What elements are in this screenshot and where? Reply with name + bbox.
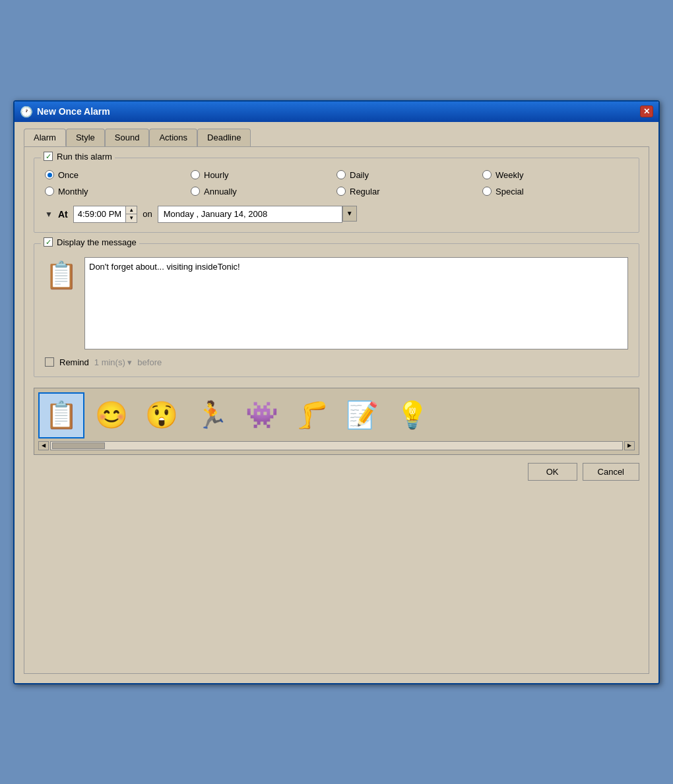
window-icon: 🕐	[20, 106, 33, 118]
radio-hourly-indicator	[191, 170, 200, 179]
emoji-bulb[interactable]: 💡	[389, 392, 435, 438]
emoji-strip: 📋 😊 😲 🏃 👾 🦵 📝 💡	[38, 392, 635, 438]
tab-content-alarm: ✓ Run this alarm Once Hourly Daily	[24, 146, 649, 674]
radio-once-indicator	[45, 170, 54, 179]
window-title: New Once Alarm	[37, 106, 110, 117]
radio-regular[interactable]: Regular	[336, 187, 482, 196]
display-message-label: Display the message	[57, 237, 137, 247]
display-message-legend: ✓ Display the message	[41, 237, 139, 247]
run-alarm-section: ✓ Run this alarm Once Hourly Daily	[34, 158, 639, 233]
remind-time[interactable]: 1 min(s) ▾	[94, 357, 133, 367]
frequency-grid: Once Hourly Daily Weekly	[45, 166, 628, 196]
tab-sound[interactable]: Sound	[105, 129, 150, 146]
radio-special-label: Special	[496, 187, 524, 196]
scrollbar-track[interactable]	[50, 441, 623, 450]
tab-deadline[interactable]: Deadline	[197, 129, 251, 146]
titlebar-left: 🕐 New Once Alarm	[20, 106, 110, 118]
radio-annually[interactable]: Annually	[191, 187, 336, 196]
tab-alarm[interactable]: Alarm	[24, 129, 66, 146]
remind-row: Remind 1 min(s) ▾ before	[45, 357, 628, 367]
emoji-surprise[interactable]: 😲	[139, 392, 185, 438]
time-spinner: ▲ ▼	[126, 206, 137, 223]
radio-monthly[interactable]: Monthly	[45, 187, 191, 196]
date-select[interactable]: Monday , January 14, 2008	[158, 206, 342, 223]
time-up-button[interactable]: ▲	[126, 206, 137, 215]
radio-hourly[interactable]: Hourly	[191, 170, 336, 180]
emoji-monster[interactable]: 👾	[239, 392, 285, 438]
radio-special-indicator	[482, 187, 492, 196]
run-alarm-label: Run this alarm	[57, 152, 112, 162]
radio-annually-label: Annually	[204, 187, 237, 196]
run-alarm-checkbox[interactable]: ✓	[44, 152, 53, 161]
ok-button[interactable]: OK	[528, 463, 577, 481]
close-button[interactable]: ✕	[640, 106, 653, 117]
window-content: Alarm Style Sound Actions Deadline ✓ Run…	[15, 122, 658, 683]
emoji-notepad[interactable]: 📝	[339, 392, 385, 438]
tab-actions[interactable]: Actions	[149, 129, 197, 146]
radio-daily-label: Daily	[350, 170, 369, 180]
message-area: 📋 Don't forget about... visiting insideT…	[45, 257, 628, 349]
radio-weekly[interactable]: Weekly	[482, 170, 628, 180]
radio-once-label: Once	[58, 170, 79, 180]
scroll-right-button[interactable]: ▶	[624, 441, 635, 450]
display-message-checkbox[interactable]: ✓	[44, 237, 53, 247]
remind-before: before	[137, 357, 162, 367]
date-dropdown-button[interactable]: ▼	[342, 206, 357, 222]
emoji-fist[interactable]: 🦵	[289, 392, 335, 438]
scrollbar-thumb	[52, 442, 105, 449]
time-input[interactable]: 4:59:00 PM	[73, 206, 127, 223]
date-field: Monday , January 14, 2008 ▼	[158, 206, 357, 223]
radio-special[interactable]: Special	[482, 187, 628, 196]
message-textarea[interactable]: Don't forget about... visiting insideTon…	[84, 257, 628, 349]
radio-monthly-indicator	[45, 187, 54, 196]
run-alarm-legend: ✓ Run this alarm	[41, 152, 115, 162]
display-message-section: ✓ Display the message 📋 Don't forget abo…	[34, 243, 639, 377]
radio-regular-indicator	[336, 187, 346, 196]
radio-monthly-label: Monthly	[58, 187, 88, 196]
remind-label: Remind	[59, 357, 89, 367]
cancel-button[interactable]: Cancel	[583, 463, 639, 481]
time-value: 4:59:00 PM	[78, 209, 122, 219]
tab-bar: Alarm Style Sound Actions Deadline	[24, 129, 649, 146]
titlebar: 🕐 New Once Alarm ✕	[15, 102, 658, 122]
radio-daily-indicator	[336, 170, 346, 179]
at-row: ▼ At 4:59:00 PM ▲ ▼ on Mon	[45, 206, 628, 223]
note-icon: 📋	[45, 260, 78, 291]
radio-weekly-label: Weekly	[496, 170, 523, 180]
emoji-scrollbar: ◀ ▶	[38, 441, 635, 450]
radio-once[interactable]: Once	[45, 170, 191, 180]
radio-hourly-label: Hourly	[204, 170, 229, 180]
at-arrow-icon: ▼	[45, 210, 53, 219]
radio-weekly-indicator	[482, 170, 492, 179]
remind-checkbox[interactable]	[45, 357, 54, 367]
emoji-smile[interactable]: 😊	[88, 392, 135, 438]
radio-daily[interactable]: Daily	[336, 170, 482, 180]
emoji-run[interactable]: 🏃	[189, 392, 235, 438]
emoji-note[interactable]: 📋	[38, 392, 84, 438]
date-value: Monday , January 14, 2008	[164, 209, 268, 219]
time-down-button[interactable]: ▼	[126, 214, 137, 222]
emoji-strip-container: 📋 😊 😲 🏃 👾 🦵 📝 💡 ◀ ▶	[34, 388, 639, 455]
scroll-left-button[interactable]: ◀	[38, 441, 49, 450]
tab-style[interactable]: Style	[66, 129, 105, 146]
radio-annually-indicator	[191, 187, 200, 196]
at-label: At	[58, 209, 68, 220]
time-field: 4:59:00 PM ▲ ▼	[73, 206, 138, 223]
radio-regular-label: Regular	[350, 187, 380, 196]
on-label: on	[143, 209, 152, 219]
bottom-buttons: OK Cancel	[34, 463, 639, 481]
main-window: 🕐 New Once Alarm ✕ Alarm Style Sound Act…	[13, 100, 660, 684]
